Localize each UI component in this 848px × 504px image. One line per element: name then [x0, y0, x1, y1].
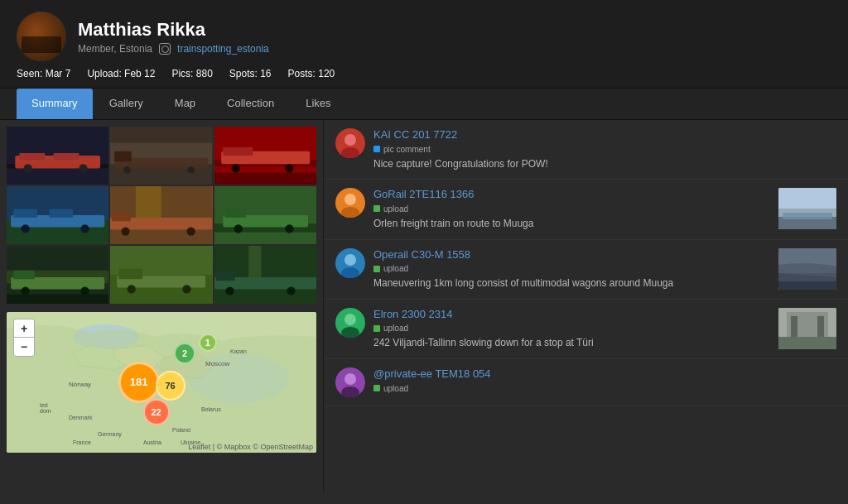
activity-item: GoRail 2TE116 1366 upload Orlen freight … [324, 180, 848, 239]
activity-avatar [335, 248, 365, 278]
spots-value: 16 [260, 68, 271, 79]
upload-label: Upload: Feb 12 [87, 68, 155, 79]
activity-thumbnail[interactable] [778, 308, 836, 349]
activity-content: GoRail 2TE116 1366 upload Orlen freight … [373, 188, 764, 230]
photo-cell[interactable] [7, 127, 108, 185]
svg-rect-97 [817, 316, 824, 337]
user-meta: Member, Estonia trainspotting_estonia [78, 43, 269, 55]
activity-badge: upload [373, 324, 408, 333]
map-cluster-181[interactable]: 181 [118, 362, 160, 403]
svg-point-44 [80, 286, 89, 295]
tab-collection[interactable]: Collection [212, 89, 289, 119]
svg-rect-24 [49, 209, 73, 218]
svg-point-32 [187, 227, 195, 235]
tab-gallery[interactable]: Gallery [94, 89, 158, 119]
tab-map[interactable]: Map [160, 89, 210, 119]
photo-cell[interactable] [7, 246, 108, 304]
instagram-icon [159, 43, 171, 55]
activity-content: Elron 2300 2314 upload 242 Viljandi-Tall… [373, 308, 764, 350]
activity-badge: upload [373, 264, 408, 273]
activity-content: @private-ee TEM18 054 upload [373, 367, 836, 396]
activity-thumbnail[interactable] [778, 248, 836, 290]
svg-rect-28 [136, 186, 161, 219]
spots-label: Spots: 16 [229, 68, 272, 79]
activity-content: Operail C30-M 1558 upload Maneuvering 1k… [373, 248, 764, 290]
photo-cell[interactable] [7, 186, 108, 244]
activity-title[interactable]: Elron 2300 2314 [373, 308, 764, 320]
svg-point-25 [21, 224, 29, 233]
pics-label: Pics: 880 [171, 68, 212, 79]
svg-text:Moscow: Moscow [205, 360, 230, 367]
badge-label: upload [383, 204, 408, 214]
tab-summary[interactable]: Summary [17, 89, 93, 119]
zoom-out-button[interactable]: − [14, 338, 34, 356]
svg-text:Kazan: Kazan [230, 348, 247, 354]
posts-label: Posts: 120 [288, 68, 335, 79]
username: Matthias Rikka [78, 19, 269, 41]
svg-rect-30 [112, 213, 131, 221]
right-column: KAI CC 201 7722 pic comment Nice capture… [323, 120, 848, 492]
photo-cell[interactable] [214, 186, 316, 244]
svg-text:France: France [73, 439, 91, 445]
activity-thumbnail[interactable] [778, 188, 836, 229]
upload-value: Feb 12 [124, 68, 155, 79]
badge-dot [373, 325, 380, 332]
photo-cell[interactable] [110, 186, 212, 244]
svg-point-57 [287, 286, 295, 295]
badge-dot [373, 146, 380, 152]
activity-title[interactable]: @private-ee TEM18 054 [373, 367, 836, 380]
user-info: Matthias Rikka Member, Estonia trainspot… [78, 19, 269, 55]
activity-title[interactable]: KAI CC 201 7722 [373, 128, 836, 141]
svg-rect-96 [791, 316, 797, 337]
svg-point-38 [285, 224, 293, 233]
activity-content: KAI CC 201 7722 pic comment Nice capture… [373, 128, 836, 170]
instagram-link[interactable]: trainspotting_estonia [177, 43, 269, 55]
posts-value: 120 [318, 68, 335, 79]
badge-label: pic comment [383, 145, 431, 154]
photo-grid [0, 120, 323, 309]
map-background: Norway ted dom Denmark Germany France Au… [7, 312, 316, 453]
svg-point-99 [344, 373, 356, 385]
seen-value: Mar 7 [46, 68, 71, 79]
tabs-bar: Summary Gallery Map Collection Likes [0, 89, 848, 120]
profile-header: Matthias Rikka Member, Estonia trainspot… [0, 0, 848, 89]
photo-cell[interactable] [110, 246, 212, 304]
map-cluster-22[interactable]: 22 [143, 399, 170, 425]
activity-avatar [335, 128, 365, 158]
map-container: Norway ted dom Denmark Germany France Au… [7, 312, 316, 453]
activity-title[interactable]: GoRail 2TE116 1366 [373, 188, 764, 200]
svg-point-31 [122, 227, 130, 235]
svg-point-51 [183, 285, 191, 293]
map-cluster-1[interactable]: 1 [199, 334, 217, 352]
badge-dot [373, 385, 380, 391]
activity-text: Nice capture! Congratulations for POW! [373, 157, 836, 171]
zoom-in-button[interactable]: + [14, 319, 34, 338]
svg-text:Belarus: Belarus [201, 406, 221, 412]
photo-cell[interactable] [214, 127, 316, 185]
activity-item: KAI CC 201 7722 pic comment Nice capture… [324, 120, 848, 180]
activity-item: Operail C30-M 1558 upload Maneuvering 1k… [324, 240, 848, 300]
pics-value: 880 [196, 68, 213, 79]
svg-point-5 [24, 164, 32, 172]
left-column: Norway ted dom Denmark Germany France Au… [0, 120, 323, 492]
activity-avatar [335, 367, 365, 397]
svg-point-12 [188, 166, 195, 173]
tab-likes[interactable]: Likes [291, 89, 345, 119]
activity-text: Orlen freight train on route to Muuga [373, 217, 764, 231]
activity-title[interactable]: Operail C30-M 1558 [373, 248, 764, 261]
svg-point-18 [285, 164, 293, 172]
photo-cell[interactable] [110, 127, 212, 185]
map-cluster-76[interactable]: 76 [156, 371, 186, 401]
avatar [17, 12, 66, 61]
svg-text:Denmark: Denmark [69, 415, 93, 420]
svg-text:dom: dom [40, 408, 51, 414]
photo-cell[interactable] [214, 246, 316, 304]
activity-item: @private-ee TEM18 054 upload [324, 359, 848, 406]
svg-rect-10 [114, 151, 132, 161]
svg-point-50 [128, 285, 136, 293]
svg-point-56 [225, 286, 234, 295]
svg-rect-95 [778, 337, 836, 349]
activity-text: 242 Viljandi-Tallinn slowing down for a … [373, 336, 764, 350]
svg-point-78 [344, 194, 356, 205]
svg-point-26 [80, 224, 89, 233]
